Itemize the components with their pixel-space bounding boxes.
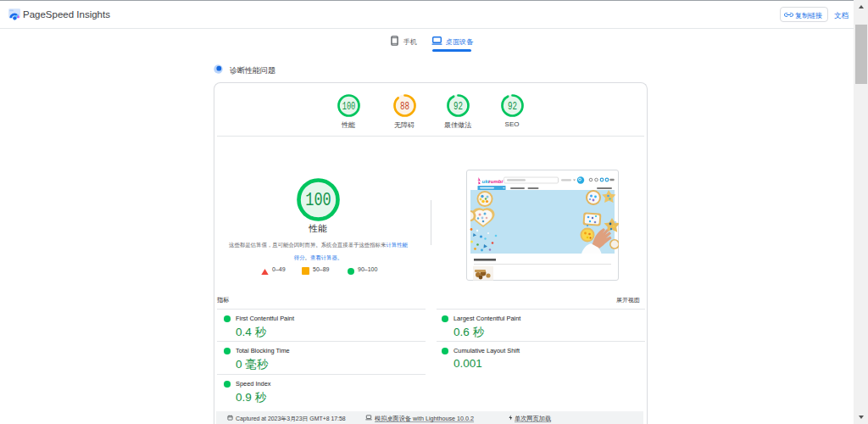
svg-text:rumbi: rumbi xyxy=(489,179,504,184)
svg-text:92: 92 xyxy=(508,101,517,113)
svg-text:88: 88 xyxy=(400,101,409,113)
svg-text:92: 92 xyxy=(453,101,463,113)
svg-text:100: 100 xyxy=(342,101,355,113)
svg-text:100: 100 xyxy=(305,190,331,211)
